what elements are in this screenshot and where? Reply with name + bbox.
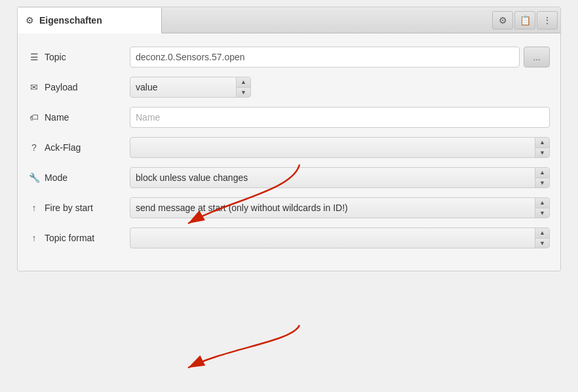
- payload-label: ✉ Payload: [28, 82, 130, 92]
- properties-panel: ⚙ Eigenschaften ⚙ 📋 ⋮ ☰ Topic: [17, 7, 561, 271]
- topic-format-label: ↑ Topic format: [28, 233, 130, 243]
- topic-control: ...: [130, 47, 550, 68]
- fire-by-start-down-arrow[interactable]: ▼: [535, 208, 549, 218]
- fire-by-start-up-arrow[interactable]: ▲: [535, 198, 549, 208]
- header-actions: ⚙ 📋 ⋮: [492, 11, 560, 29]
- payload-row: ✉ Payload value ▲ ▼: [28, 77, 550, 98]
- fire-by-start-icon: ↑: [28, 203, 40, 213]
- fire-by-start-label: ↑ Fire by start: [28, 203, 130, 213]
- fire-by-start-row: ↑ Fire by start send message at start (o…: [28, 197, 550, 218]
- topic-format-icon: ↑: [28, 233, 40, 243]
- panel-body: ☰ Topic ... ✉ Payload value ▲: [18, 33, 560, 271]
- browse-label: ...: [533, 52, 541, 62]
- name-control: [130, 107, 550, 128]
- payload-down-arrow[interactable]: ▼: [237, 88, 250, 98]
- settings-icon: ⚙: [499, 15, 507, 26]
- mode-row: 🔧 Mode block unless value changes ▲ ▼: [28, 167, 550, 188]
- payload-select[interactable]: value ▲ ▼: [130, 77, 251, 98]
- name-label: 🏷 Name: [28, 112, 130, 123]
- topic-format-row: ↑ Topic format ▲ ▼: [28, 227, 550, 248]
- topic-label: ☰ Topic: [28, 52, 130, 62]
- mode-up-arrow[interactable]: ▲: [535, 168, 549, 178]
- topic-format-down-arrow[interactable]: ▼: [535, 239, 549, 248]
- mode-label: 🔧 Mode: [28, 172, 130, 183]
- topic-format-control: ▲ ▼: [130, 227, 550, 248]
- topic-format-select[interactable]: ▲ ▼: [130, 227, 550, 248]
- fire-by-start-value: send message at start (only without wild…: [130, 203, 535, 213]
- name-input[interactable]: [130, 107, 550, 128]
- payload-icon: ✉: [28, 82, 40, 92]
- mode-value: block unless value changes: [130, 172, 535, 183]
- topic-icon: ☰: [28, 52, 40, 62]
- ack-flag-control: ▲ ▼: [130, 137, 550, 158]
- topic-format-arrows: ▲ ▼: [535, 228, 549, 248]
- ack-flag-row: ? Ack-Flag ▲ ▼: [28, 137, 550, 158]
- name-row: 🏷 Name: [28, 107, 550, 128]
- document-button[interactable]: 📋: [514, 11, 535, 29]
- fire-by-start-control: send message at start (only without wild…: [130, 197, 550, 218]
- topic-input[interactable]: [130, 47, 520, 68]
- panel-header: ⚙ Eigenschaften ⚙ 📋 ⋮: [18, 7, 560, 33]
- payload-value: value: [130, 82, 236, 92]
- mode-control: block unless value changes ▲ ▼: [130, 167, 550, 188]
- ack-flag-icon: ?: [28, 142, 40, 153]
- topic-browse-button[interactable]: ...: [524, 47, 550, 68]
- panel-title-area: ⚙ Eigenschaften: [18, 8, 162, 33]
- mode-down-arrow[interactable]: ▼: [535, 178, 549, 188]
- name-icon: 🏷: [28, 112, 40, 123]
- more-button[interactable]: ⋮: [537, 11, 558, 29]
- ack-flag-select[interactable]: ▲ ▼: [130, 137, 550, 158]
- mode-icon: 🔧: [28, 172, 40, 183]
- more-icon: ⋮: [543, 15, 552, 26]
- fire-by-start-arrows: ▲ ▼: [535, 198, 549, 218]
- fire-by-start-select[interactable]: send message at start (only without wild…: [130, 197, 550, 218]
- ack-flag-arrows: ▲ ▼: [535, 138, 549, 157]
- gear-icon: ⚙: [26, 15, 34, 26]
- ack-flag-down-arrow[interactable]: ▼: [535, 148, 549, 158]
- ack-flag-label: ? Ack-Flag: [28, 142, 130, 153]
- settings-button[interactable]: ⚙: [492, 11, 513, 29]
- ack-flag-up-arrow[interactable]: ▲: [535, 138, 549, 148]
- payload-up-arrow[interactable]: ▲: [237, 77, 250, 88]
- mode-arrows: ▲ ▼: [535, 168, 549, 187]
- mode-select[interactable]: block unless value changes ▲ ▼: [130, 167, 550, 188]
- topic-row: ☰ Topic ...: [28, 47, 550, 68]
- payload-arrows: ▲ ▼: [236, 77, 250, 97]
- topic-format-up-arrow[interactable]: ▲: [535, 228, 549, 239]
- payload-control: value ▲ ▼: [130, 77, 550, 98]
- document-icon: 📋: [520, 15, 531, 26]
- panel-title: Eigenschaften: [39, 15, 102, 26]
